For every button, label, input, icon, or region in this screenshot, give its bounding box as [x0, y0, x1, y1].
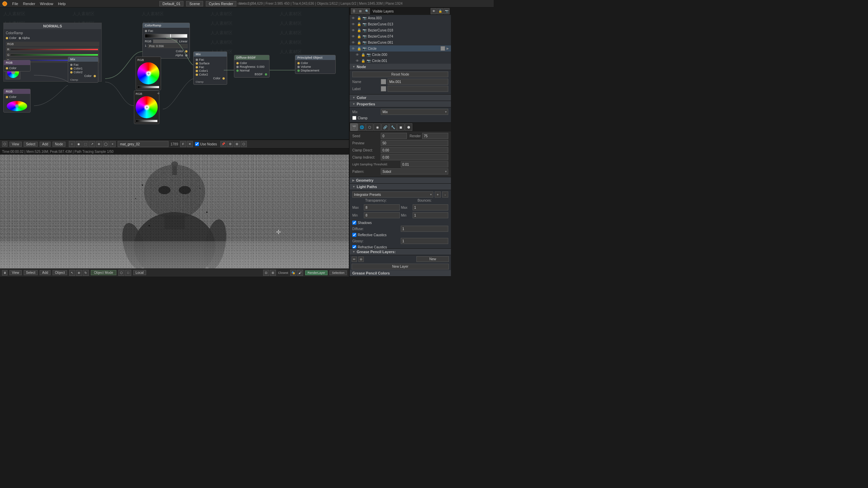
gp-new-layer-btn[interactable]: New Layer	[352, 264, 449, 269]
geometry-header[interactable]: ▶ Geometry	[350, 177, 451, 184]
layer-item-bezier013[interactable]: 👁 🔒 📷 BezierCurve.013	[350, 21, 451, 27]
light-sampling-input[interactable]	[401, 161, 449, 167]
mix-node-2[interactable]: Mix Fac Surface Fac Color1 Color2 Color …	[193, 52, 227, 85]
toolbar-icon-5[interactable]: ⊕	[96, 141, 102, 147]
toolbar-icon-4[interactable]: ↗	[89, 141, 95, 147]
layer-item-bezier081[interactable]: 👁 🔒 📷 BezierCurve.081	[350, 39, 451, 45]
prop-tab-render[interactable]: 🎬	[350, 123, 358, 131]
magnet-icon[interactable]: ⊞	[270, 270, 276, 276]
top-menu[interactable]: File Render Window Help	[10, 1, 68, 6]
gp-eraser-icon[interactable]: ⊖	[358, 257, 364, 262]
use-nodes-toggle[interactable]: Use Nodes	[195, 142, 217, 146]
object-mode-btn[interactable]: Object Mode	[91, 270, 116, 275]
render-input[interactable]	[422, 133, 448, 139]
properties-section-header[interactable]: ▼ Properties	[350, 101, 451, 107]
layer-item-area003[interactable]: 👁 🔒 📷 Area.003	[350, 15, 451, 21]
rgb-node-1[interactable]: RGB Color	[3, 60, 31, 72]
prop-tab-object[interactable]: ◉	[374, 123, 381, 131]
use-nodes-checkbox[interactable]	[195, 142, 199, 146]
node-section-header[interactable]: ▼ Node	[350, 64, 451, 70]
layout-selector[interactable]: Default_01	[159, 1, 183, 6]
refractive-caustics-checkbox[interactable]	[352, 245, 356, 248]
renderer-selector[interactable]: Cycles Render	[206, 1, 236, 6]
diffuse-input[interactable]	[401, 226, 449, 232]
layer-list[interactable]: 👁 🔒 📷 Area.003 👁 🔒 📷 BezierCurve.013 👁 🔒…	[350, 15, 451, 64]
shadows-checkbox[interactable]	[352, 221, 356, 225]
color-picker-1[interactable]: RGB	[136, 57, 161, 90]
layer-item-circle000[interactable]: 👁 🔒 📷 Circle.000	[354, 52, 451, 58]
local-btn[interactable]: Local	[133, 270, 146, 275]
name-input[interactable]	[388, 79, 448, 85]
layer-item-bezier074[interactable]: 👁 🔒 📷 BezierCurve.074	[350, 33, 451, 39]
selection-btn[interactable]: Selection	[330, 270, 347, 275]
toolbar-add-btn[interactable]: Add	[40, 142, 51, 147]
transparency-min-input[interactable]	[364, 212, 400, 218]
pin-icon[interactable]: 📌	[220, 141, 226, 147]
integrator-presets-select[interactable]: Integrator Presets ▼	[352, 191, 433, 198]
rotate-icon[interactable]: ↻	[83, 270, 89, 276]
material-name-input[interactable]: mat_grey_02	[118, 141, 169, 147]
toolbar-icon-2[interactable]: ◉	[76, 141, 82, 147]
mix-node[interactable]: Mix Fac Color1 Color2 Color Clamp	[68, 57, 98, 83]
clamp-direct-input[interactable]	[381, 147, 448, 153]
menu-file[interactable]: File	[10, 1, 20, 6]
viewport-view-btn[interactable]: View	[9, 270, 22, 275]
prop-tab-constraints[interactable]: 🔗	[381, 123, 389, 131]
toolbar-icon-7[interactable]: ×	[110, 141, 116, 147]
viewport-type-icon[interactable]: 🖥	[2, 270, 7, 276]
eye-toggle[interactable]: 👁	[431, 8, 437, 14]
output-node[interactable]: Principled Object Color Volume Displacem…	[295, 55, 336, 74]
pattern-select[interactable]: Sobol ▼	[381, 168, 448, 175]
toolbar-icon-6[interactable]: ◯	[103, 141, 109, 147]
editor-type-icon[interactable]: ⬡	[2, 141, 7, 147]
display-icon[interactable]: ⬡	[241, 141, 247, 147]
viewport-3d[interactable]: 0	[0, 155, 349, 277]
prop-tab-scene[interactable]: 🌐	[358, 123, 366, 131]
clamp-indirect-input[interactable]	[381, 154, 448, 160]
node-canvas[interactable]: 人人素材区人人素材区人人素材区人人素材区人人素材区 人人素材区人人素材区人人素材…	[0, 7, 349, 140]
menu-window[interactable]: Window	[38, 1, 55, 6]
view-tab-3[interactable]: 🔍	[364, 8, 370, 14]
label-input[interactable]	[388, 86, 448, 92]
render-toggle[interactable]: 📷	[443, 8, 450, 14]
toolbar-x2-icon[interactable]: ✕	[187, 141, 193, 147]
viewport-content[interactable]: ✛	[0, 155, 349, 277]
colorramp-node[interactable]: ColorRamp Fac RGB Linear 1 Pos: 0.556	[142, 23, 190, 59]
paint-icon[interactable]: 🖌	[297, 270, 303, 276]
view-tab-1[interactable]: ☰	[351, 8, 357, 14]
bounces-max-input[interactable]	[413, 204, 449, 210]
clamp-checkbox[interactable]	[352, 116, 356, 120]
lock-toggle[interactable]: 🔒	[437, 8, 443, 14]
bounces-min-input[interactable]	[413, 212, 449, 218]
prop-tab-world[interactable]: ⬡	[366, 123, 373, 131]
glossy-input[interactable]	[401, 238, 449, 244]
reflective-caustics-checkbox[interactable]	[352, 233, 356, 237]
toolbar-view-btn[interactable]: View	[9, 142, 22, 147]
prop-tab-material[interactable]: ⬢	[405, 123, 412, 131]
render-layer-btn[interactable]: RenderLayer	[305, 270, 328, 275]
menu-render[interactable]: Render	[21, 1, 37, 6]
cursor-icon[interactable]: ↖	[69, 270, 75, 276]
viewport-object-btn[interactable]: Object	[53, 270, 67, 275]
global-icon[interactable]: ⬡	[118, 270, 124, 276]
layer-item-circle001[interactable]: 👁 🔒 📷 Circle.001	[354, 58, 451, 64]
view-icon-3d[interactable]: □	[125, 270, 131, 276]
seed-input[interactable]	[381, 133, 407, 139]
layer-item-circle[interactable]: 👁 🔒 📷 Circle ▶	[350, 45, 451, 52]
settings-icon-2[interactable]: ⚙	[227, 141, 233, 147]
toolbar-icon-1[interactable]: ○	[69, 141, 75, 147]
color-picker-2[interactable]: RGB	[134, 90, 159, 124]
prop-tab-modifiers[interactable]: 🔧	[389, 123, 397, 131]
toolbar-select-btn[interactable]: Select	[24, 142, 38, 147]
light-paths-header[interactable]: ▼ Light Paths	[350, 184, 451, 190]
menu-help[interactable]: Help	[56, 1, 68, 6]
reset-node-btn[interactable]: Reset Node	[352, 72, 448, 77]
integrator-remove-btn[interactable]: -	[442, 191, 448, 198]
gp-pencil-icon[interactable]: ✏	[352, 257, 357, 262]
gp-new-btn[interactable]: New	[416, 256, 449, 262]
diffuse-node[interactable]: Diffuse BSDF Color Roughness: 0.000 Norm…	[234, 55, 270, 78]
toolbar-node-btn[interactable]: Node	[53, 142, 65, 147]
grid-icon[interactable]: ⊞	[234, 141, 240, 147]
transparency-max-input[interactable]	[364, 204, 400, 210]
gp-colors-header[interactable]: Grease Pencil Colors	[350, 270, 451, 277]
